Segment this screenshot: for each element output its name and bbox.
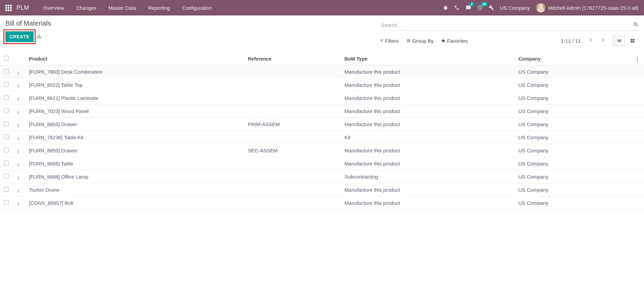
cell-product: [FURN_8888] Office Lamp — [25, 170, 244, 183]
drag-handle-icon[interactable]: ▲▼ — [17, 110, 20, 114]
control-panel-right: Filters Group By Favorites 1-11 / 11 — [380, 20, 639, 46]
cell-company: US Company — [514, 183, 631, 196]
cell-reference — [244, 131, 340, 144]
pager-prev[interactable] — [586, 37, 596, 45]
row-checkbox[interactable] — [4, 161, 9, 165]
control-panel: Bill of Materials CREATE Filters G — [0, 15, 644, 48]
drag-handle-icon[interactable]: ▲▼ — [17, 71, 20, 75]
cell-product: [CONS_89957] Bolt — [25, 196, 244, 210]
drag-handle-icon[interactable]: ▲▼ — [17, 189, 20, 193]
cell-bomtype: Kit — [340, 131, 514, 144]
drag-handle-icon[interactable]: ▲▼ — [17, 163, 20, 167]
cell-product: [FURN_8621] Plastic Laminate — [25, 91, 244, 105]
apps-icon[interactable] — [5, 5, 12, 11]
drag-handle-icon[interactable]: ▲▼ — [17, 97, 20, 101]
table-row[interactable]: ▲▼ Toofon Drone Manufacture this product… — [0, 183, 644, 196]
menu-overview[interactable]: Overview — [38, 1, 69, 15]
cp-buttons: CREATE — [5, 31, 51, 42]
drag-handle-icon[interactable]: ▲▼ — [17, 202, 20, 206]
table-row[interactable]: ▲▼ [FURN_8855] Drawer PRIM-ASSEM Manufac… — [0, 118, 644, 131]
table-row[interactable]: ▲▼ [CONS_89957] Bolt Manufacture this pr… — [0, 196, 644, 210]
cell-company: US Company — [514, 170, 631, 183]
table-row[interactable]: ▲▼ [FURN_8522] Table Top Manufacture thi… — [0, 78, 644, 91]
drag-handle-icon[interactable]: ▲▼ — [17, 84, 20, 88]
phone-icon[interactable] — [454, 5, 460, 10]
drag-handle-icon[interactable]: ▲▼ — [17, 137, 20, 141]
search-input[interactable] — [380, 21, 633, 29]
row-checkbox[interactable] — [4, 69, 9, 74]
table-row[interactable]: ▲▼ [FURN_8621] Plastic Laminate Manufact… — [0, 91, 644, 105]
user-menu[interactable]: Mitchell Admin (17627725-saas-15-2-all) — [536, 3, 639, 12]
control-panel-left: Bill of Materials CREATE — [5, 20, 51, 46]
select-all-checkbox[interactable] — [4, 56, 9, 61]
row-checkbox[interactable] — [4, 187, 9, 192]
table-row[interactable]: ▲▼ [FURN_78236] Table Kit Kit US Company — [0, 131, 644, 144]
search-box — [380, 20, 639, 31]
import-button[interactable] — [36, 34, 42, 40]
cell-bomtype: Manufacture this product — [340, 157, 514, 170]
cell-product: [FURN_8855] Drawer — [25, 144, 244, 157]
row-checkbox[interactable] — [4, 95, 9, 100]
company-selector[interactable]: US Company — [500, 5, 530, 11]
drag-handle-icon[interactable]: ▲▼ — [17, 176, 20, 180]
debug-icon[interactable] — [443, 5, 448, 10]
table-row[interactable]: ▲▼ [FURN_8855] Drawer SEC-ASSEM Manufact… — [0, 144, 644, 157]
cell-reference — [244, 196, 340, 210]
cell-bomtype: Manufacture this product — [340, 91, 514, 105]
filter-group: Filters Group By Favorites — [380, 38, 468, 44]
pager-text[interactable]: 1-11 / 11 — [561, 38, 581, 44]
table-row[interactable]: ▲▼ [FURN_8888] Office Lamp Subcontractin… — [0, 170, 644, 183]
menu-changes[interactable]: Changes — [72, 1, 101, 15]
cell-product: [FURN_78236] Table Kit — [25, 131, 244, 144]
cell-bomtype: Manufacture this product — [340, 65, 514, 78]
menu-master-data[interactable]: Master Data — [104, 1, 141, 15]
cell-reference: PRIM-ASSEM — [244, 118, 340, 131]
menu-configuration[interactable]: Configuration — [177, 1, 217, 15]
row-checkbox[interactable] — [4, 174, 9, 179]
filters-button[interactable]: Filters — [380, 38, 399, 44]
cell-product: [FURN_8855] Drawer — [25, 118, 244, 131]
header-bomtype[interactable]: BoM Type — [340, 52, 514, 65]
chat-badge: 2 — [469, 2, 475, 6]
cell-reference — [244, 65, 340, 78]
row-checkbox[interactable] — [4, 121, 9, 126]
menu-reporting[interactable]: Reporting — [143, 1, 175, 15]
drag-handle-icon[interactable]: ▲▼ — [17, 150, 20, 154]
chat-icon[interactable]: 2 — [466, 5, 471, 10]
activity-badge: 40 — [481, 2, 488, 6]
drag-handle-icon[interactable]: ▲▼ — [17, 123, 20, 127]
search-icon[interactable] — [633, 22, 639, 28]
favorites-button[interactable]: Favorites — [441, 38, 468, 44]
row-checkbox[interactable] — [4, 148, 9, 152]
filters-label: Filters — [385, 38, 399, 44]
row-checkbox[interactable] — [4, 82, 9, 87]
header-reference[interactable]: Reference — [244, 52, 340, 65]
app-title[interactable]: PLM — [16, 4, 29, 11]
tools-icon[interactable] — [489, 5, 494, 10]
activity-icon[interactable]: 40 — [477, 5, 483, 10]
create-button[interactable]: CREATE — [5, 31, 34, 42]
row-checkbox[interactable] — [4, 135, 9, 139]
table-container: Product Reference BoM Type Company ⋮ ▲▼ … — [0, 52, 644, 210]
chevron-left-icon — [588, 37, 594, 43]
table-row[interactable]: ▲▼ [FURN_7800] Desk Combination Manufact… — [0, 65, 644, 78]
header-product[interactable]: Product — [25, 52, 244, 65]
groupby-icon — [406, 38, 411, 43]
cell-company: US Company — [514, 118, 631, 131]
list-icon — [616, 38, 622, 43]
table-row[interactable]: ▲▼ [FURN_7023] Wood Panel Manufacture th… — [0, 105, 644, 118]
cell-company: US Company — [514, 78, 631, 91]
list-view-button[interactable] — [613, 36, 625, 46]
pager-next[interactable] — [598, 37, 608, 45]
kanban-view-button[interactable] — [627, 36, 639, 46]
bom-table: Product Reference BoM Type Company ⋮ ▲▼ … — [0, 52, 644, 210]
groupby-button[interactable]: Group By — [406, 38, 433, 44]
row-checkbox[interactable] — [4, 108, 9, 113]
filter-row: Filters Group By Favorites 1-11 / 11 — [380, 36, 639, 46]
row-checkbox[interactable] — [4, 200, 9, 205]
table-row[interactable]: ▲▼ [FURN_9666] Table Manufacture this pr… — [0, 157, 644, 170]
cell-reference: SEC-ASSEM — [244, 144, 340, 157]
column-options[interactable]: ⋮ — [631, 52, 644, 65]
header-company[interactable]: Company — [514, 52, 631, 65]
cell-bomtype: Manufacture this product — [340, 105, 514, 118]
